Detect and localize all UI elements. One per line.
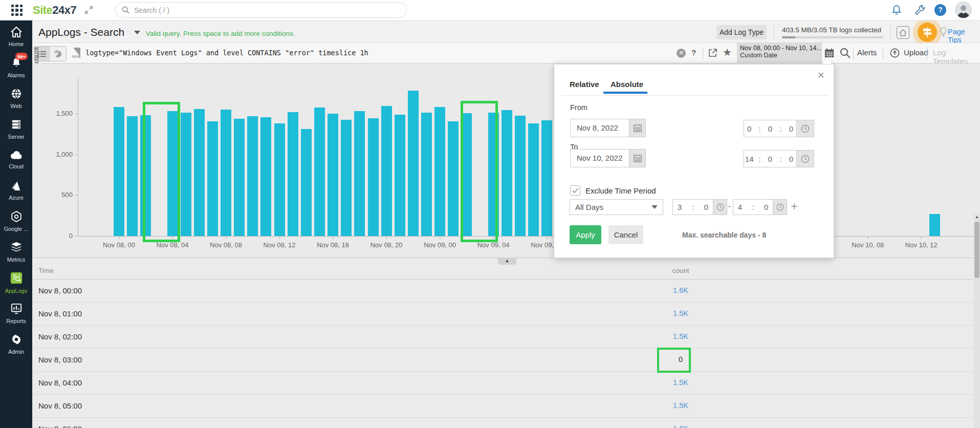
cancel-button[interactable]: Cancel (608, 225, 643, 244)
close-icon[interactable]: × (818, 70, 824, 81)
upload-icon[interactable] (890, 48, 900, 60)
chart-bar[interactable] (314, 108, 325, 236)
add-exclude-period-button[interactable]: + (791, 199, 798, 213)
upload-button[interactable]: Upload (904, 48, 928, 57)
chart-bar[interactable] (234, 119, 245, 236)
count-cell[interactable]: 1.5K (665, 401, 696, 410)
exclude-days-select[interactable]: All Days (570, 199, 663, 215)
title-dropdown-caret[interactable] (134, 31, 140, 34)
chart-bar[interactable] (328, 114, 338, 236)
count-cell[interactable]: 1.5K (665, 332, 696, 340)
chart-bar[interactable] (515, 116, 526, 236)
from-hour[interactable]: 0 (744, 124, 754, 133)
notifications-bell-icon[interactable] (890, 4, 903, 16)
chart-bar[interactable] (541, 120, 552, 236)
query-input[interactable]: logtype="Windows Event Logs" and level C… (85, 49, 368, 57)
sidebar-item-reports[interactable]: Reports (0, 297, 32, 328)
site24x7-logo[interactable]: Site24x7 (33, 4, 76, 17)
chart-bar[interactable] (207, 121, 218, 236)
expand-icon[interactable] (84, 6, 93, 16)
chart-bar[interactable] (408, 91, 419, 236)
clock-icon[interactable] (713, 200, 727, 215)
to-second[interactable]: 0 (786, 155, 796, 163)
sidebar-item-google[interactable]: Google ... (0, 205, 32, 236)
from-date-input[interactable]: Nov 8, 2022 (570, 119, 646, 137)
chart-bar[interactable] (181, 113, 191, 236)
chart-bar[interactable] (368, 118, 379, 236)
sidebar-item-applogs[interactable]: AppLogs (0, 266, 32, 297)
date-range-picker[interactable]: Nov 08, 00:00 - Nov 10, 14... Custom Dat… (737, 43, 822, 63)
chart-bar[interactable] (421, 113, 432, 236)
run-search-icon[interactable] (840, 48, 851, 60)
count-cell[interactable]: 1.6K (665, 424, 696, 428)
sidebar-item-alarms[interactable]: Alarms99+ (0, 51, 32, 82)
share-query-icon[interactable] (708, 48, 718, 60)
table-row[interactable]: Nov 8, 00:001.6K (32, 280, 974, 303)
calendar-icon[interactable] (629, 149, 645, 167)
tab-absolute[interactable]: Absolute (611, 80, 643, 89)
clock-icon[interactable] (773, 200, 787, 215)
scrollbar-thumb[interactable] (974, 222, 979, 278)
collapse-chart-toggle[interactable]: ▲ (498, 258, 516, 265)
count-cell[interactable]: 1.5K (665, 309, 696, 317)
from-second[interactable]: 0 (786, 124, 796, 133)
clock-icon[interactable] (796, 151, 814, 167)
exclude-from-minute[interactable]: 0 (700, 203, 713, 211)
pie-view-icon[interactable] (50, 47, 66, 61)
add-log-type-button[interactable]: Add Log Type (716, 25, 767, 39)
alerts-button[interactable]: Alerts (857, 48, 877, 57)
to-hour[interactable]: 14 (744, 155, 754, 163)
sidebar-item-admin[interactable]: Admin (0, 328, 32, 358)
chart-bar[interactable] (194, 109, 205, 236)
exclude-to-minute[interactable]: 0 (759, 203, 773, 211)
clock-icon[interactable] (796, 120, 814, 137)
to-date-input[interactable]: Nov 10, 2022 (570, 149, 646, 167)
app-grid-icon[interactable] (11, 5, 23, 16)
chart-bar[interactable] (381, 106, 392, 236)
chart-bar[interactable] (221, 110, 231, 236)
to-minute[interactable]: 0 (765, 155, 775, 163)
chart-bar[interactable] (528, 123, 539, 236)
clear-query-icon[interactable]: ✕ (677, 49, 686, 58)
column-header-time[interactable]: Time (38, 267, 54, 274)
chart-bar[interactable] (434, 107, 445, 237)
chart-bar[interactable] (260, 117, 271, 236)
favorite-star-icon[interactable]: ★ (723, 46, 732, 58)
sidebar-item-cloud[interactable]: Cloud (0, 143, 32, 174)
table-row[interactable]: Nov 8, 04:001.5K (32, 372, 974, 395)
sidebar-item-metrics[interactable]: Metrics (0, 236, 32, 266)
exclude-time-period-row[interactable]: Exclude Time Period (570, 185, 656, 196)
page-tips-link[interactable]: Page Tips (948, 28, 980, 44)
exclude-from-hour[interactable]: 3 (673, 203, 686, 211)
from-minute[interactable]: 0 (765, 124, 775, 133)
tools-wrench-icon[interactable] (914, 4, 926, 16)
home-view-icon[interactable] (897, 26, 909, 39)
guided-tour-signpost-icon[interactable] (918, 23, 937, 42)
sidebar-item-azure[interactable]: Azure (0, 174, 32, 205)
chart-bar[interactable] (288, 112, 298, 236)
table-row[interactable]: Nov 8, 06:001.6K (32, 418, 974, 428)
global-search-input[interactable]: Search ( / ) (115, 2, 407, 18)
scroll-up-arrow[interactable]: ▲ (974, 213, 980, 221)
chart-bar[interactable] (114, 107, 124, 237)
log-templates-button[interactable]: Log Templates (933, 48, 980, 66)
exclude-from-time[interactable]: 3:0 (672, 199, 727, 215)
exclude-checkbox[interactable] (570, 185, 580, 196)
user-avatar[interactable] (955, 2, 972, 18)
vertical-scrollbar[interactable]: ▲ (974, 213, 980, 428)
column-header-count[interactable]: count (665, 267, 696, 274)
chart-bar[interactable] (301, 129, 312, 236)
page-title[interactable]: AppLogs - Search (38, 26, 124, 38)
exclude-to-hour[interactable]: 4 (733, 203, 747, 211)
count-cell[interactable]: 1.6K (665, 286, 696, 294)
tab-relative[interactable]: Relative (570, 80, 599, 89)
chart-bar[interactable] (929, 214, 940, 236)
chart-bar[interactable] (127, 116, 138, 236)
query-help-icon[interactable]: ? (691, 48, 696, 57)
chart-bar[interactable] (448, 121, 459, 236)
from-time-input[interactable]: 0:0:0 (744, 120, 814, 137)
table-row[interactable]: Nov 8, 02:001.5K (32, 326, 974, 349)
calendar-icon[interactable] (629, 119, 645, 137)
chart-bar[interactable] (247, 116, 258, 236)
saved-query-book-icon[interactable] (72, 48, 81, 60)
